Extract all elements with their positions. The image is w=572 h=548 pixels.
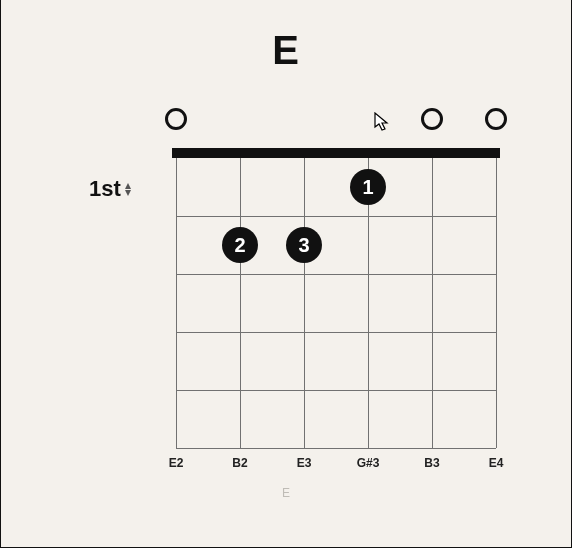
string-line [240,158,241,448]
chord-name: E [1,28,571,73]
open-string-marker[interactable] [165,108,187,130]
string-note-label: E4 [489,456,504,470]
fret-line [176,390,496,391]
finger-dot[interactable]: 3 [286,227,322,263]
nut [172,148,500,158]
stepper-icon[interactable]: ▴▾ [125,182,131,196]
fret-line [176,332,496,333]
string-note-label: G#3 [357,456,380,470]
string-note-label: B3 [424,456,439,470]
chord-footer-label: E [1,486,571,500]
fret-line [176,216,496,217]
string-note-label: E3 [297,456,312,470]
fret-line [176,274,496,275]
string-line [176,158,177,448]
string-note-label: B2 [232,456,247,470]
string-line [496,158,497,448]
fretboard[interactable]: 123 [176,148,496,448]
open-string-marker[interactable] [421,108,443,130]
finger-dot[interactable]: 1 [350,169,386,205]
string-line [432,158,433,448]
finger-dot[interactable]: 2 [222,227,258,263]
fret-line [176,448,496,449]
fret-position-control[interactable]: 1st ▴▾ [89,176,131,202]
chord-diagram-canvas: E 1st ▴▾ 123 E2B2E3G#3B3E4 E [0,0,572,548]
string-note-label: E2 [169,456,184,470]
open-string-row [176,108,496,132]
string-line [304,158,305,448]
fret-position-label: 1st [89,176,121,202]
string-note-row: E2B2E3G#3B3E4 [176,456,496,474]
open-string-marker[interactable] [485,108,507,130]
